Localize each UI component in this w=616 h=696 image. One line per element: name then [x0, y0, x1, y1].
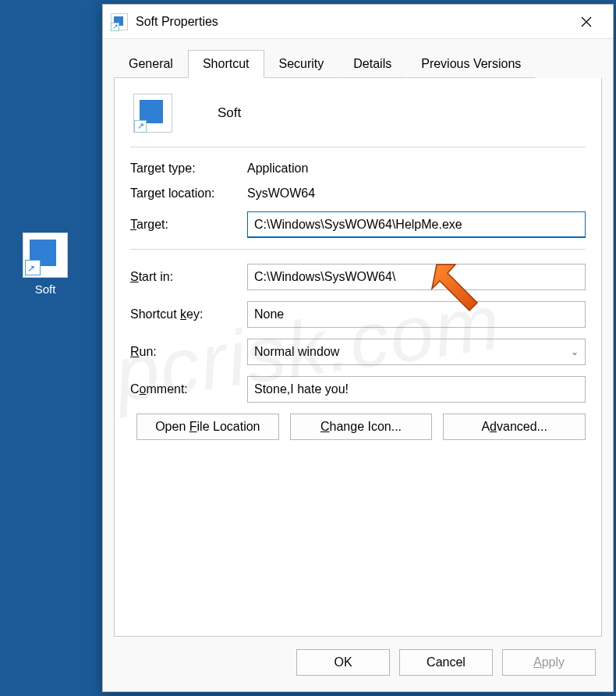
apply-button[interactable]: Apply — [502, 649, 596, 676]
field-target-location: Target location: SysWOW64 — [130, 186, 586, 201]
cancel-button[interactable]: Cancel — [399, 649, 493, 676]
field-start-in: Start in: — [130, 264, 586, 290]
shortcut-icon: ↗ — [23, 233, 68, 278]
run-value: Normal window — [254, 345, 339, 359]
target-location-value: SysWOW64 — [247, 186, 315, 201]
field-target: Target: — [130, 211, 586, 238]
header-row: Soft — [130, 94, 586, 133]
shortcut-key-input[interactable] — [247, 301, 586, 328]
target-label: Target: — [130, 218, 247, 232]
field-comment: Comment: — [130, 376, 586, 403]
tab-general[interactable]: General — [114, 50, 188, 78]
tab-strip: General Shortcut Security Details Previo… — [103, 39, 613, 78]
run-select[interactable]: Normal window ⌄ — [247, 339, 586, 365]
target-location-label: Target location: — [130, 186, 247, 201]
mid-button-row: Open File Location Change Icon... Advanc… — [136, 414, 586, 440]
titlebar[interactable]: Soft Properties — [103, 5, 613, 39]
separator — [130, 249, 586, 250]
titlebar-title: Soft Properties — [136, 15, 568, 29]
target-input[interactable] — [247, 211, 586, 238]
desktop-shortcut[interactable]: ↗ Soft — [14, 233, 76, 296]
start-in-label: Start in: — [130, 270, 247, 284]
shortcut-big-icon — [133, 94, 172, 133]
close-button[interactable] — [568, 8, 605, 36]
run-label: Run: — [130, 345, 247, 359]
ok-button[interactable]: OK — [296, 649, 390, 676]
shortcut-name: Soft — [218, 105, 241, 121]
change-icon-button[interactable]: Change Icon... — [290, 414, 433, 440]
tab-previous-versions[interactable]: Previous Versions — [406, 50, 536, 78]
tab-shortcut[interactable]: Shortcut — [188, 50, 264, 78]
desktop-shortcut-label: Soft — [14, 282, 76, 296]
field-shortcut-key: Shortcut key: — [130, 301, 586, 328]
target-type-value: Application — [247, 162, 308, 176]
dialog-footer: OK Cancel Apply — [103, 637, 613, 691]
shortcut-key-label: Shortcut key: — [130, 307, 247, 321]
separator — [130, 147, 586, 147]
advanced-button[interactable]: Advanced... — [443, 414, 586, 440]
titlebar-icon — [111, 13, 128, 30]
target-type-label: Target type: — [130, 162, 247, 176]
field-target-type: Target type: Application — [130, 162, 586, 176]
comment-label: Comment: — [130, 382, 247, 396]
start-in-input[interactable] — [247, 264, 586, 290]
comment-input[interactable] — [247, 376, 586, 403]
tab-details[interactable]: Details — [338, 50, 406, 78]
tab-security[interactable]: Security — [264, 50, 339, 78]
close-icon — [581, 16, 592, 27]
open-file-location-button[interactable]: Open File Location — [136, 414, 279, 440]
properties-dialog: Soft Properties General Shortcut Securit… — [102, 4, 614, 692]
field-run: Run: Normal window ⌄ — [130, 339, 586, 365]
chevron-down-icon: ⌄ — [571, 346, 579, 357]
shortcut-tab-pane: Soft Target type: Application Target loc… — [114, 78, 602, 637]
